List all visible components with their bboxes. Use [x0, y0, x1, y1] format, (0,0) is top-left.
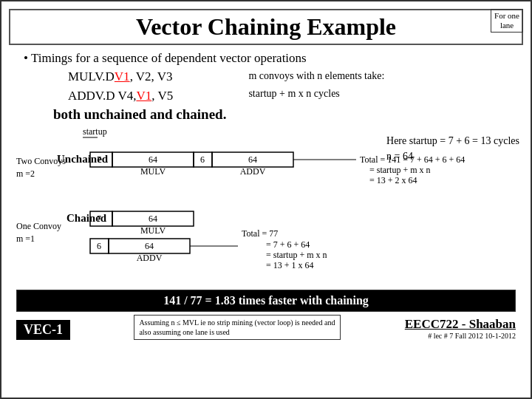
- v1-underline-2: V1: [136, 86, 151, 106]
- eecc-right: EECC722 - Shaaban # lec # 7 Fall 2012 10…: [405, 317, 516, 340]
- svg-text:= 13      + 2 x 64: = 13 + 2 x 64: [369, 175, 417, 185]
- right-info: m convoys with n elements take: startup …: [248, 67, 384, 103]
- svg-text:64: 64: [149, 214, 157, 224]
- svg-text:6: 6: [97, 241, 101, 251]
- footer-banner: 141 / 77 = 1.83 times faster with chaini…: [16, 290, 516, 312]
- two-convoys-label: Two Convoys m =2: [16, 155, 66, 180]
- svg-text:ADDV: ADDV: [240, 166, 266, 177]
- svg-text:= 7 + 6 + 64: = 7 + 6 + 64: [266, 239, 310, 250]
- eecc-label: EECC722 - Shaaban: [405, 317, 516, 332]
- svg-text:MULV: MULV: [140, 225, 166, 236]
- svg-text:7: 7: [97, 154, 101, 165]
- v1-underline-1: V1: [115, 67, 130, 86]
- vec-label: VEC-1: [16, 320, 70, 340]
- svg-text:= startup + m x n: = startup + m x n: [369, 165, 431, 175]
- assumption-text: Assuming n ≤ MVL ie no strip mining (vec…: [134, 315, 341, 340]
- svg-text:= startup + m x n: = startup + m x n: [266, 250, 327, 260]
- svg-text:ADDV: ADDV: [137, 253, 163, 263]
- main-title: Vector Chaining Example: [9, 9, 523, 45]
- slide-container: Vector Chaining Example For onelane • Ti…: [0, 0, 532, 399]
- svg-text:64: 64: [149, 154, 157, 165]
- svg-text:64: 64: [145, 241, 154, 251]
- ref-line: # lec # 7 Fall 2012 10-1-2012: [405, 332, 516, 340]
- diagram-svg: startup Unchained 7 64 6 64 MULV ADDV To: [16, 124, 504, 287]
- svg-text:MULV: MULV: [140, 166, 166, 177]
- code-line-1: MULV.D V1, V2, V3: [68, 67, 226, 86]
- code-line-2: ADDV.D V4, V1, V5: [68, 86, 226, 106]
- svg-text:startup: startup: [83, 126, 107, 137]
- svg-text:Total = 141 =  7 + 64 + 6 + 64: Total = 141 = 7 + 64 + 6 + 64: [360, 154, 465, 165]
- for-one-lane-box: For onelane: [491, 9, 523, 33]
- diagram-area: Two Convoys m =2 One Convoy m =1 startup…: [16, 124, 523, 287]
- svg-text:= 13      + 1 x 64: = 13 + 1 x 64: [266, 260, 314, 270]
- bullet-line: • Timings for a sequence of dependent ve…: [24, 51, 523, 66]
- header-area: Vector Chaining Example For onelane: [9, 9, 523, 45]
- svg-text:6: 6: [200, 154, 205, 165]
- svg-text:7: 7: [97, 214, 101, 224]
- one-convoy-label: One Convoy m =1: [16, 220, 61, 245]
- svg-text:Total = 77: Total = 77: [242, 228, 278, 239]
- both-line: both unchained and chained.: [53, 106, 226, 123]
- bottom-bar: VEC-1 Assuming n ≤ MVL ie no strip minin…: [16, 315, 516, 340]
- svg-text:64: 64: [248, 154, 257, 165]
- code-lines: MULV.D V1, V2, V3 ADDV.D V4, V1, V5: [68, 67, 226, 105]
